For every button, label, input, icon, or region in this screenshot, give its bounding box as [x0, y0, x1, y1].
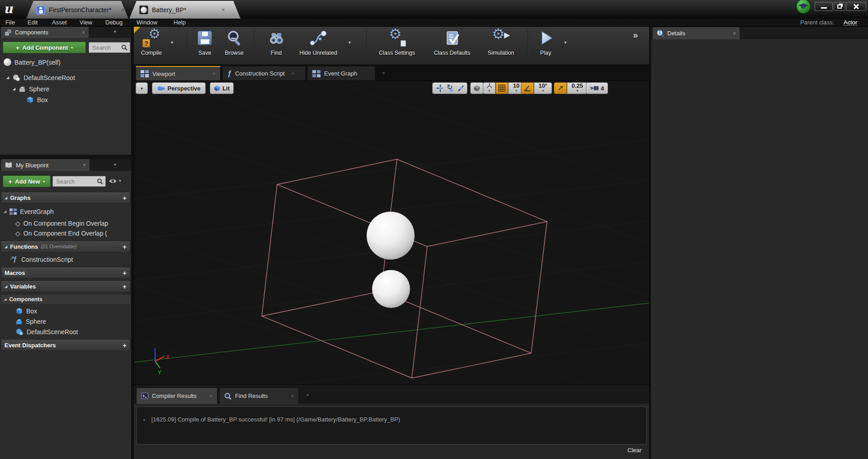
visibility-eye-icon[interactable] — [108, 178, 117, 184]
tab-options-icon[interactable]: ▾ — [114, 162, 116, 167]
horizontal-splitter[interactable] — [0, 155, 131, 159]
toolbar-overflow-chevron[interactable]: » — [633, 30, 638, 40]
chevron-down-icon: ▾ — [141, 86, 143, 91]
tutorial-graduation-cap-icon[interactable] — [796, 0, 811, 14]
tree-row-defaultsceneroot[interactable]: ◢ DefaultSceneRoot — [0, 72, 131, 83]
tree-row-box[interactable]: Box — [0, 95, 131, 105]
function-icon: ƒ — [227, 70, 231, 78]
play-options-icon[interactable]: ▾ — [564, 40, 566, 45]
find-button[interactable]: Find — [263, 28, 290, 56]
list-item-eventgraph[interactable]: ◢ EventGraph — [0, 206, 131, 217]
section-header-event-dispatchers[interactable]: Event Dispatchers + — [1, 339, 130, 351]
my-blueprint-panel-tab[interactable]: My Blueprint × — [1, 159, 90, 171]
close-icon[interactable]: × — [83, 162, 86, 168]
expand-arrow-icon[interactable]: ◢ — [4, 209, 6, 213]
close-icon[interactable]: × — [122, 7, 125, 13]
tab-compiler-results[interactable]: Compiler Results × — [136, 388, 217, 404]
restore-button[interactable] — [834, 2, 845, 11]
components-panel-tab[interactable]: Components × — [1, 27, 89, 38]
rotation-snap-toggle[interactable] — [521, 82, 534, 94]
minimize-button[interactable] — [815, 2, 833, 11]
variable-row-defaultsceneroot[interactable]: DefaultSceneRoot — [0, 327, 131, 337]
add-macro-button[interactable]: + — [123, 269, 127, 277]
close-icon[interactable]: × — [222, 7, 225, 13]
asset-tab-firstpersoncharacter[interactable]: FirstPersonCharacter* × — [26, 1, 128, 19]
add-event-dispatcher-button[interactable]: + — [123, 341, 127, 349]
toolbar-button-label: Find — [271, 50, 282, 56]
save-button[interactable]: Save — [191, 28, 218, 56]
subsection-components[interactable]: ◢ Components — [1, 295, 130, 304]
browse-button[interactable]: Browse — [218, 28, 250, 56]
expand-arrow-icon[interactable]: ◢ — [13, 87, 15, 91]
tab-options-icon[interactable]: ▾ — [114, 29, 116, 34]
scale-snap-value-button[interactable]: 0.25▾ — [567, 82, 588, 94]
coordinate-space-button[interactable] — [470, 82, 484, 94]
tab-options-icon[interactable]: ▾ — [382, 71, 385, 76]
asset-tab-battery-bp[interactable]: Battery_BP* × — [129, 1, 241, 19]
close-icon[interactable]: × — [291, 393, 294, 399]
surface-snap-button[interactable]: ▾ — [483, 82, 495, 94]
menu-asset[interactable]: Asset — [52, 19, 67, 27]
grid-snap-toggle[interactable] — [495, 82, 508, 94]
list-item-constructionscript[interactable]: ƒ ConstructionScript — [0, 254, 131, 265]
play-button[interactable]: Play — [530, 28, 561, 56]
menu-view[interactable]: View — [80, 19, 92, 27]
viewport-canvas[interactable]: X Y — [134, 80, 649, 385]
hide-unrelated-button[interactable]: Hide Unrelated — [293, 28, 343, 56]
tree-row-sphere[interactable]: ◢ Sphere — [0, 84, 131, 94]
class-settings-button[interactable]: ⚙ Class Settings — [374, 28, 420, 56]
simulation-button[interactable]: ⚙ ▶ Simulation — [481, 28, 521, 56]
tab-options-icon[interactable]: ▾ — [307, 393, 309, 397]
tree-item-label: Battery_BP(self) — [14, 59, 61, 66]
add-variable-button[interactable]: + — [123, 283, 127, 290]
tree-row-battery-bp-self[interactable]: Battery_BP(self) — [0, 57, 131, 67]
scale-tool-icon[interactable] — [457, 84, 463, 92]
section-header-graphs[interactable]: ◢ Graphs + — [1, 192, 130, 203]
close-icon[interactable]: × — [733, 30, 736, 37]
close-icon[interactable]: × — [209, 393, 212, 399]
menu-file[interactable]: File — [5, 19, 15, 27]
tab-event-graph[interactable]: Event Graph — [307, 66, 375, 80]
scale-snap-group: ↗ 0.25▾ — [554, 82, 588, 94]
details-panel-tab[interactable]: Details × — [653, 27, 740, 39]
parent-class-link[interactable]: Actor — [844, 19, 857, 26]
rotation-snap-value-button[interactable]: 10°▾ — [534, 82, 552, 94]
menu-debug[interactable]: Debug — [105, 19, 123, 27]
compile-button[interactable]: ⚙ ? Compile — [131, 28, 172, 56]
expand-arrow-icon[interactable]: ◢ — [6, 76, 9, 80]
compile-options-icon[interactable]: ▾ — [171, 40, 173, 45]
class-defaults-button[interactable]: Class Defaults — [429, 28, 475, 56]
move-tool-icon[interactable] — [436, 84, 443, 92]
tab-viewport[interactable]: Viewport × — [136, 66, 221, 80]
section-header-variables[interactable]: ◢ Variables + — [1, 280, 130, 292]
add-function-button[interactable]: + — [123, 243, 127, 251]
eye-dropdown-icon[interactable]: ▾ — [119, 178, 121, 183]
add-component-button[interactable]: + Add Component ▾ — [3, 42, 86, 53]
section-header-macros[interactable]: Macros + — [1, 267, 130, 279]
section-header-functions[interactable]: ◢ Functions (21 Overridable) + — [1, 241, 130, 252]
close-icon[interactable]: × — [82, 29, 85, 36]
add-graph-button[interactable]: + — [123, 194, 127, 202]
rotate-tool-icon[interactable]: ↻ — [447, 84, 453, 92]
add-new-button[interactable]: + Add New ▾ — [3, 175, 51, 187]
clear-log-button[interactable]: Clear — [627, 447, 642, 454]
variable-row-box[interactable]: Box — [0, 306, 131, 316]
compiler-log-row[interactable]: • [1625.09] Compile of Battery_BP succes… — [143, 416, 400, 423]
scale-snap-toggle[interactable]: ↗ — [554, 82, 567, 94]
lit-mode-button[interactable]: Lit — [210, 82, 234, 94]
toolbar-button-label: Simulation — [488, 50, 514, 56]
close-icon[interactable]: × — [291, 71, 294, 77]
close-window-button[interactable] — [846, 2, 866, 11]
list-item-end-overlap[interactable]: ◇ On Component End Overlap ( — [0, 228, 131, 238]
list-item-begin-overlap[interactable]: ◇ On Component Begin Overlap — [0, 218, 131, 228]
hide-unrelated-options-icon[interactable]: ▾ — [349, 40, 351, 45]
tab-construction-script[interactable]: ƒ Construction Script × — [222, 66, 306, 80]
perspective-button[interactable]: Perspective — [152, 82, 206, 94]
menu-edit[interactable]: Edit — [28, 19, 38, 27]
camera-speed-button[interactable]: 4 — [586, 82, 608, 94]
tab-find-results[interactable]: Find Results × — [219, 388, 299, 404]
viewport-options-button[interactable]: ▾ — [136, 82, 148, 94]
close-icon[interactable]: × — [212, 71, 216, 77]
variable-row-sphere[interactable]: Sphere — [0, 316, 131, 327]
menu-help[interactable]: Help — [174, 19, 186, 27]
